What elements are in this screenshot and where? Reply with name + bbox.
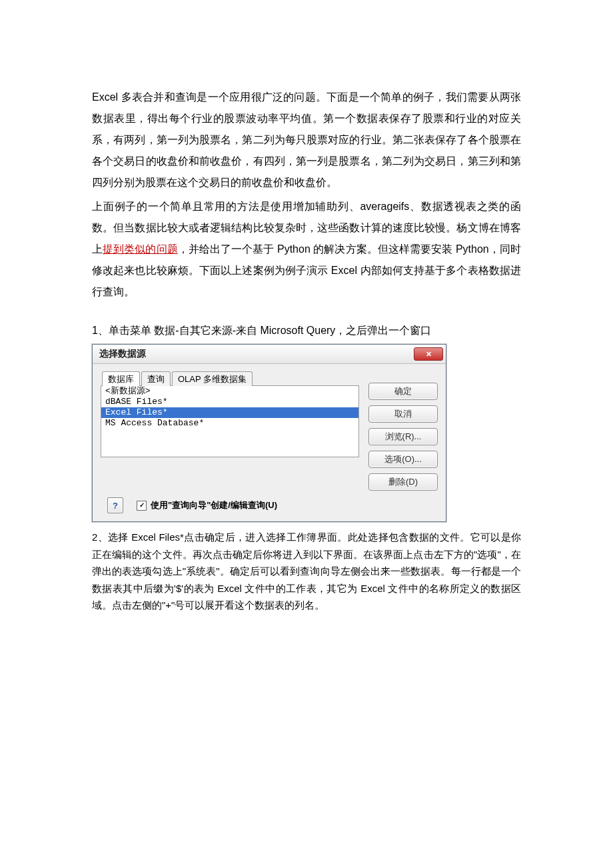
dialog-title: 选择数据源 [99,348,146,360]
help-glyph: ? [113,501,118,511]
step-1-text: 1、单击菜单 数据-自其它来源-来自 Microsoft Query，之后弹出一… [92,320,521,341]
tab-query[interactable]: 查询 [141,371,171,386]
use-wizard-checkbox-row[interactable]: ✓ 使用"查询向导"创建/编辑查询(U) [137,499,277,511]
delete-button[interactable]: 删除(D) [368,473,438,491]
ok-button[interactable]: 确定 [368,383,438,400]
dialog-button-column: 确定 取消 浏览(R)... 选项(O)... 删除(D) [368,371,438,491]
dialog-body: 数据库 查询 OLAP 多维数据集 <新数据源> dBASE Files* Ex… [93,364,446,491]
help-icon[interactable]: ? [107,497,123,513]
tab-olap[interactable]: OLAP 多维数据集 [172,371,253,386]
choose-datasource-dialog: 选择数据源 ✕ 数据库 查询 OLAP 多维数据集 <新数据源> dBASE F… [92,344,446,522]
list-item[interactable]: dBASE Files* [101,397,358,407]
intro-paragraph-2: 上面例子的一个简单且常用的方法是使用增加辅助列、averageifs、数据透视表… [92,196,521,303]
list-item[interactable]: MS Access Database* [101,418,358,429]
browse-button[interactable]: 浏览(R)... [368,428,438,445]
dialog-titlebar: 选择数据源 ✕ [93,345,446,364]
datasource-listbox[interactable]: <新数据源> dBASE Files* Excel Files* MS Acce… [101,385,359,457]
blog-link[interactable]: 提到类似的问题 [103,243,178,255]
close-icon: ✕ [426,350,432,359]
dialog-screenshot: 选择数据源 ✕ 数据库 查询 OLAP 多维数据集 <新数据源> dBASE F… [92,344,446,522]
dialog-footer: ? ✓ 使用"查询向导"创建/编辑查询(U) [93,491,446,521]
dialog-tabs: 数据库 查询 OLAP 多维数据集 [101,371,359,385]
document-page: Excel 多表合并和查询是一个应用很广泛的问题。下面是一个简单的例子，我们需要… [0,0,613,654]
dialog-left-panel: 数据库 查询 OLAP 多维数据集 <新数据源> dBASE Files* Ex… [101,371,359,491]
list-item[interactable]: <新数据源> [101,386,358,397]
list-item-selected[interactable]: Excel Files* [101,407,358,418]
intro-paragraph-1: Excel 多表合并和查询是一个应用很广泛的问题。下面是一个简单的例子，我们需要… [92,87,521,193]
cancel-button[interactable]: 取消 [368,405,438,423]
step-2-text: 2、选择 Excel Files*点击确定后，进入选择工作簿界面。此处选择包含数… [92,529,521,614]
checkbox-check-glyph: ✓ [139,502,145,509]
close-button[interactable]: ✕ [414,347,443,361]
use-wizard-label: 使用"查询向导"创建/编辑查询(U) [151,499,277,511]
tab-database[interactable]: 数据库 [102,371,140,386]
checkbox-icon: ✓ [137,501,147,511]
options-button[interactable]: 选项(O)... [368,451,438,468]
